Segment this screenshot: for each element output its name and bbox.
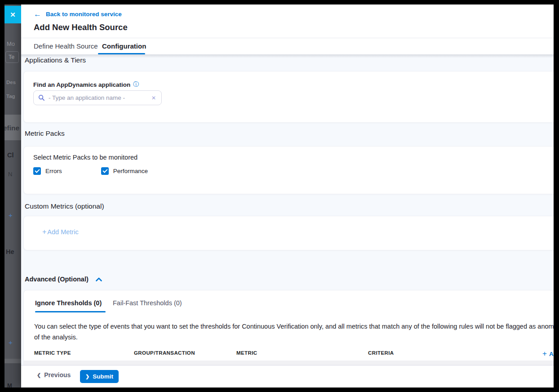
column-header-criteria: CRITERIA [368,350,394,356]
column-header-group-transaction: GROUP/TRANSACTION [134,350,195,356]
backdrop-plus-icon: + [9,211,13,219]
tab-configuration[interactable]: Configuration [102,42,146,50]
chevron-up-icon[interactable] [96,276,102,283]
active-inner-tab-underline [35,311,106,312]
section-title-metric-packs: Metric Packs [25,129,65,138]
chevron-right-icon: ❯ [85,374,89,379]
metric-packs-subtitle: Select Metric Packs to be monitored [33,154,138,161]
section-title-custom-metrics: Custom Metrics (optional) [25,202,104,210]
backdrop-text-fragment: N [8,171,12,178]
advanced-section-toggle[interactable]: Advanced (Optional) [25,276,102,283]
backdrop-text-fragment: M [7,382,12,388]
advanced-title-text: Advanced (Optional) [25,276,89,283]
checkbox-errors[interactable]: Errors [33,167,62,175]
chevron-left-icon: ❮ [37,372,41,378]
checkbox-label: Performance [113,168,148,174]
tab-ignore-thresholds[interactable]: Ignore Thresholds (0) [35,299,102,307]
tab-fail-fast-thresholds[interactable]: Fail-Fast Thresholds (0) [113,299,182,307]
plus-icon: + [42,228,46,236]
backdrop-plus-icon: + [9,339,13,346]
checkbox-performance[interactable]: Performance [101,167,148,175]
backdrop-light-band-2 [4,359,21,363]
advanced-thresholds-card: Ignore Thresholds (0) Fail-Fast Threshol… [23,290,554,365]
backdrop-text-fragment: Te [9,54,14,60]
tab-define-health-source[interactable]: Define Health Source [34,42,98,50]
backdrop-text-fragment: efine [4,124,19,132]
application-search-box[interactable]: ✕ [33,90,162,105]
page-title: Add New Health Source [34,22,128,32]
add-health-source-panel: ← Back to monitored service Add New Heal… [21,4,554,388]
metric-packs-options: Errors Performance [33,167,148,175]
back-to-monitored-service-link[interactable]: ← Back to monitored service [34,10,122,18]
thresholds-description-line1: You can select the type of events that y… [34,321,554,332]
plus-icon: + [542,349,547,358]
backdrop-text-fragment: Mo [7,40,15,47]
previous-button[interactable]: ❮ Previous [37,371,71,379]
backdrop-text-fragment: Cl [7,151,14,159]
submit-label: Submit [93,373,113,380]
previous-label: Previous [44,371,71,379]
clear-icon[interactable]: ✕ [151,95,157,101]
panel-footer: ❮ Previous ❯ Submit [21,365,554,388]
info-icon[interactable]: ⓘ [133,80,139,89]
tabbar-shadow [21,54,554,58]
find-application-label: Find an AppDynamics application ⓘ [33,80,139,89]
submit-button[interactable]: ❯ Submit [80,370,119,383]
applications-tiers-card: Find an AppDynamics application ⓘ ✕ [23,71,554,123]
add-metric-button[interactable]: + Add Metric [42,228,79,236]
backdrop-text-fragment: Des [6,80,16,85]
thresholds-description-line2: of the analysis. [34,332,554,343]
backdrop-text-fragment: He [6,248,14,255]
column-header-metric: METRIC [236,350,257,356]
column-header-metric-type: METRIC TYPE [34,350,71,356]
add-metric-label: Add Metric [47,228,78,236]
back-arrow-icon: ← [34,10,41,18]
active-tab-underline [98,53,145,54]
add-threshold-button[interactable]: + Add Threshold [542,349,554,358]
screen-frame: Mo Te Des Tag efine Cl N + He + M ✕ ← Ba… [4,4,554,388]
search-icon [38,94,45,101]
find-application-label-text: Find an AppDynamics application [33,81,130,88]
wizard-tabbar: Define Health Source Configuration [21,38,554,54]
backdrop-text-fragment: Tag [6,94,15,99]
close-button[interactable]: ✕ [4,6,21,23]
back-link-label: Back to monitored service [46,11,122,18]
checkbox-checked-icon [33,167,41,175]
panel-header: ← Back to monitored service Add New Heal… [21,4,554,38]
checkbox-checked-icon [101,167,109,175]
checkbox-label: Errors [45,168,62,174]
thresholds-description: You can select the type of events that y… [34,321,554,343]
modal-backdrop[interactable]: Mo Te Des Tag efine Cl N + He + M [4,4,21,388]
metric-packs-card: Select Metric Packs to be monitored Erro… [23,146,554,194]
application-search-input[interactable] [49,94,148,101]
close-icon: ✕ [10,11,16,19]
thresholds-table-header: METRIC TYPE GROUP/TRANSACTION METRIC CRI… [24,350,554,359]
add-threshold-label: Add Threshold [549,351,554,357]
custom-metrics-card: + Add Metric [23,216,554,250]
